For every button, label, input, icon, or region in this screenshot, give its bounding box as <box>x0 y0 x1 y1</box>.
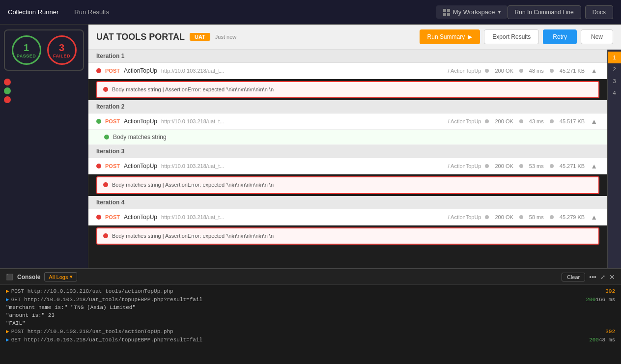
endpoint-name: ActionTopUp <box>124 118 157 125</box>
cmd-line-button[interactable]: Run In Command Line <box>508 5 581 19</box>
console-line: "amount is:" 23 <box>6 311 615 319</box>
log-arrow-icon: ▶ <box>6 328 9 335</box>
log-arrow-icon: ▶ <box>6 296 9 303</box>
success-dot <box>104 135 109 140</box>
left-panel: 1 PASSED 3 FAILED <box>0 25 88 268</box>
error-test-row: Body matches string | AssertionError: ex… <box>96 176 599 194</box>
status-dot <box>96 119 101 124</box>
header-right: Run Summary ▶ Export Results Retry New <box>420 29 613 44</box>
method-badge: POST <box>105 68 120 74</box>
sidebar-num-1[interactable]: 1 <box>608 52 621 63</box>
resp-code: 200 OK <box>495 163 513 169</box>
workspace-button[interactable]: My Workspace ▾ <box>436 5 508 19</box>
resp-size: 45.271 KB <box>560 68 585 74</box>
status-dot <box>96 68 101 73</box>
iteration-indicators <box>4 79 84 103</box>
run-results-tab[interactable]: Run Results <box>68 8 115 16</box>
new-button[interactable]: New <box>581 29 613 44</box>
docs-button[interactable]: Docs <box>585 5 613 19</box>
log-code: 302 <box>605 329 615 335</box>
resp-time: 53 ms <box>529 163 544 169</box>
failed-count: 3 <box>59 42 64 54</box>
failed-label: FAILED <box>53 54 70 58</box>
collection-runner-label[interactable]: Collection Runner <box>8 8 58 16</box>
more-options-icon[interactable]: ••• <box>589 273 596 281</box>
iterations-wrapper: Iteration 1 POST ActionTopUp http://10.0… <box>88 50 621 268</box>
project-title: UAT TOOLS PORTAL <box>96 32 185 42</box>
close-icon[interactable]: ✕ <box>609 273 615 281</box>
log-code: 200 <box>589 337 599 343</box>
resp-time: 43 ms <box>529 118 544 124</box>
status-dot <box>96 215 101 220</box>
run-time: Just now <box>215 34 236 40</box>
response-info: 200 OK 53 ms 45.271 KB <box>485 163 585 169</box>
log-string: "amount is:" 23 <box>6 312 615 318</box>
passed-circle: 1 PASSED <box>12 35 41 65</box>
endpoint-name: ActionTopUp <box>124 67 157 74</box>
log-url: POST http://10.0.103.218/uat_tools/actio… <box>11 329 606 335</box>
collapse-icon[interactable]: ▲ <box>589 67 599 75</box>
log-url: GET http://10.0.103.218/uat_tools/topupE… <box>11 337 590 343</box>
run-summary-arrow-icon: ▶ <box>468 33 472 40</box>
route: / ActionTopUp <box>448 68 481 74</box>
resp-code: 200 OK <box>495 68 513 74</box>
expand-icon[interactable]: ⤢ <box>600 274 605 280</box>
all-logs-label: All Logs <box>49 274 68 280</box>
workspace-chevron-icon: ▾ <box>498 9 501 15</box>
iter-dot-red-3 <box>4 96 11 103</box>
resp-code: 200 OK <box>495 118 513 124</box>
request-row[interactable]: POST ActionTopUp http://10.0.103.218/uat… <box>88 63 607 79</box>
sidebar-num-2[interactable]: 2 <box>608 63 621 75</box>
right-sidebar: 1234 <box>607 50 621 268</box>
resp-dot <box>485 119 489 123</box>
resp-dot2 <box>519 69 523 73</box>
resp-size: 45.279 KB <box>560 214 585 220</box>
resp-dot2 <box>519 215 523 219</box>
iteration-header-4: Iteration 4 <box>88 196 607 209</box>
svg-rect-2 <box>443 13 446 16</box>
svg-rect-0 <box>443 9 446 12</box>
log-url: POST http://10.0.103.218/uat_tools/actio… <box>11 288 606 294</box>
response-info: 200 OK 48 ms 45.271 KB <box>485 68 585 74</box>
endpoint-url: http://10.0.103.218/uat_t... <box>161 163 444 169</box>
log-time: 48 ms <box>599 337 615 343</box>
endpoint-url: http://10.0.103.218/uat_t... <box>161 214 444 220</box>
all-logs-button[interactable]: All Logs ▾ <box>44 272 77 281</box>
sidebar-num-4[interactable]: 4 <box>608 87 621 99</box>
request-row[interactable]: POST ActionTopUp http://10.0.103.218/uat… <box>88 113 607 130</box>
request-row[interactable]: POST ActionTopUp http://10.0.103.218/uat… <box>88 158 607 174</box>
iter-indicator-2 <box>4 87 84 94</box>
main-area: 1 PASSED 3 FAILED UAT TOOLS PO <box>0 25 621 268</box>
resp-dot2 <box>519 119 523 123</box>
retry-button[interactable]: Retry <box>543 29 577 44</box>
collapse-icon[interactable]: ▲ <box>589 213 599 221</box>
error-text: Body matches string | AssertionError: ex… <box>112 181 274 189</box>
resp-size: 45.271 KB <box>560 163 585 169</box>
error-dot <box>103 87 108 92</box>
log-string: "merchant name is:" "TNG (Asia) Limited" <box>6 305 615 310</box>
iteration-header-1: Iteration 1 <box>88 50 607 63</box>
collapse-icon[interactable]: ▲ <box>589 117 599 125</box>
log-string: "FAIL" <box>6 320 615 326</box>
log-arrow-icon: ▶ <box>6 288 9 294</box>
header-left: UAT TOOLS PORTAL UAT Just now <box>96 32 236 42</box>
resp-time: 58 ms <box>529 214 544 220</box>
request-row[interactable]: POST ActionTopUp http://10.0.103.218/uat… <box>88 209 607 225</box>
sidebar-num-3[interactable]: 3 <box>608 75 621 87</box>
iter-indicator-1 <box>4 79 84 85</box>
workspace-icon <box>443 9 450 16</box>
export-results-button[interactable]: Export Results <box>484 29 539 44</box>
log-arrow-icon: ▶ <box>6 336 9 343</box>
resp-time: 48 ms <box>529 68 544 74</box>
collapse-icon[interactable]: ▲ <box>589 162 599 170</box>
clear-button[interactable]: Clear <box>562 273 585 281</box>
run-summary-label: Run Summary <box>427 33 465 40</box>
run-summary-button[interactable]: Run Summary ▶ <box>420 29 480 44</box>
top-navigation: Collection Runner Run Results My Workspa… <box>0 0 621 25</box>
response-info: 200 OK 43 ms 45.517 KB <box>485 118 585 124</box>
iter-dot-green-2 <box>4 87 11 94</box>
console-icon: ⬛ <box>6 274 13 280</box>
env-badge: UAT <box>190 33 210 41</box>
console-line: ▶ GET http://10.0.103.218/uat_tools/topu… <box>6 295 615 304</box>
endpoint-url: http://10.0.103.218/uat_t... <box>161 118 444 124</box>
